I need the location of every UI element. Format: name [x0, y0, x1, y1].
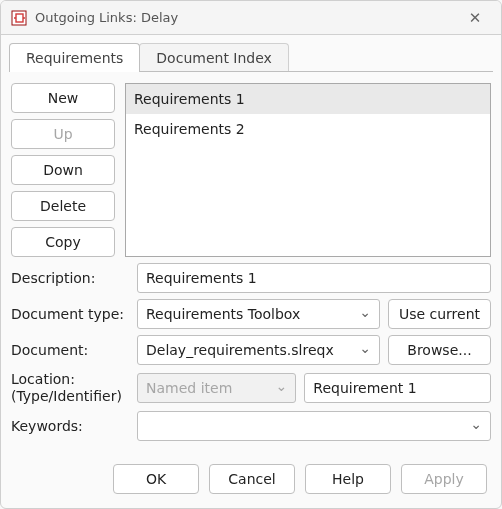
keywords-combo[interactable]	[137, 411, 491, 441]
new-button[interactable]: New	[11, 83, 115, 113]
close-icon[interactable]: ✕	[459, 9, 491, 27]
location-identifier-field[interactable]: Requirement 1	[304, 373, 491, 403]
titlebar: Outgoing Links: Delay ✕	[1, 1, 501, 35]
up-button[interactable]: Up	[11, 119, 115, 149]
dialog-footer: OK Cancel Help Apply	[1, 454, 501, 508]
delete-button[interactable]: Delete	[11, 191, 115, 221]
location-label: Location: (Type/Identifier)	[11, 371, 129, 405]
copy-button[interactable]: Copy	[11, 227, 115, 257]
tab-label: Requirements	[26, 50, 123, 66]
tab-document-index[interactable]: Document Index	[139, 43, 289, 72]
use-current-button[interactable]: Use current	[388, 299, 491, 329]
help-button[interactable]: Help	[305, 464, 391, 494]
document-combo[interactable]: Delay_requirements.slreqx	[137, 335, 380, 365]
document-type-label: Document type:	[11, 306, 129, 322]
tab-requirements[interactable]: Requirements	[9, 43, 140, 72]
list-editor-row: New Up Down Delete Copy Requirements 1 R…	[11, 83, 491, 257]
app-icon	[11, 10, 27, 26]
keywords-label: Keywords:	[11, 418, 129, 434]
location-type-combo[interactable]: Named item	[137, 373, 296, 403]
description-field[interactable]: Requirements 1	[137, 263, 491, 293]
document-type-combo[interactable]: Requirements Toolbox	[137, 299, 380, 329]
list-side-buttons: New Up Down Delete Copy	[11, 83, 115, 257]
cancel-button[interactable]: Cancel	[209, 464, 295, 494]
ok-button[interactable]: OK	[113, 464, 199, 494]
list-item[interactable]: Requirements 2	[126, 114, 490, 144]
browse-button[interactable]: Browse...	[388, 335, 491, 365]
description-label: Description:	[11, 270, 129, 286]
document-label: Document:	[11, 342, 129, 358]
down-button[interactable]: Down	[11, 155, 115, 185]
requirements-listbox[interactable]: Requirements 1 Requirements 2	[125, 83, 491, 257]
details-form: Description: Requirements 1 Document typ…	[11, 263, 491, 441]
tabstrip: Requirements Document Index	[1, 35, 501, 72]
tab-label: Document Index	[156, 50, 272, 66]
window-title: Outgoing Links: Delay	[35, 10, 459, 25]
tab-content-requirements: New Up Down Delete Copy Requirements 1 R…	[1, 73, 501, 454]
apply-button[interactable]: Apply	[401, 464, 487, 494]
dialog-window: Outgoing Links: Delay ✕ Requirements Doc…	[0, 0, 502, 509]
list-item[interactable]: Requirements 1	[126, 84, 490, 114]
